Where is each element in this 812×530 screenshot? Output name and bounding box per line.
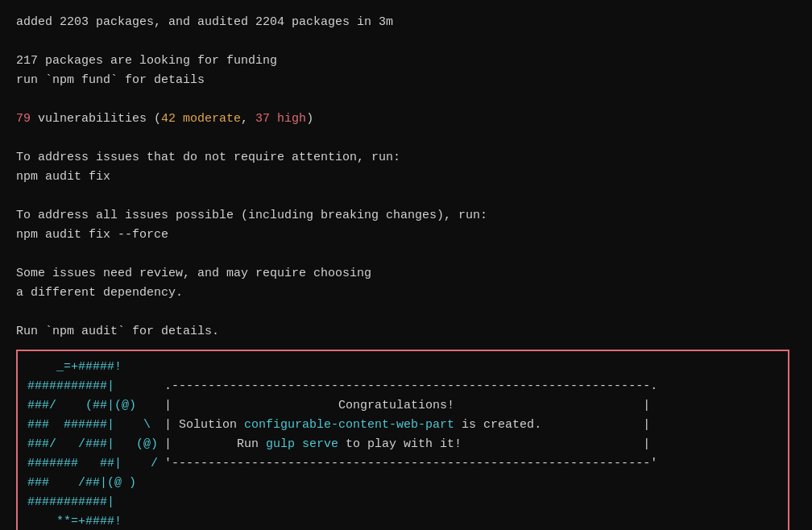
border-bottom: '---------------------------------------…: [164, 457, 657, 470]
line-added-packages: added 2203 packages, and audited 2204 pa…: [16, 13, 796, 32]
line-funding: 217 packages are looking for funding: [16, 52, 796, 71]
gulp-serve: gulp serve: [266, 437, 338, 451]
line-empty-5: [16, 245, 796, 264]
solution-name: configurable-content-web-part: [244, 418, 454, 432]
high-label: high: [270, 112, 306, 126]
line-address-issues: To address issues that do not require at…: [16, 148, 796, 168]
border-top: .---------------------------------------…: [164, 379, 657, 393]
congrats-line2: | Solution configurable-content-web-part…: [164, 418, 650, 432]
line-empty-4: [16, 187, 796, 206]
ascii-art-logo: _=+#####! ###########| ###/ (##|(@) ### …: [27, 358, 158, 530]
congrats-line1: | Congratulations! |: [164, 399, 650, 412]
moderate-count: 42: [161, 112, 176, 126]
line-vulnerabilities: 79 vulnerabilities (42 moderate, 37 high…: [16, 110, 796, 129]
congratulations-box: _=+#####! ###########| ###/ (##|(@) ### …: [16, 350, 789, 530]
high-count: 37: [255, 112, 270, 126]
line-different-dependency: a different dependency.: [16, 284, 796, 303]
vuln-comma: ,: [241, 112, 255, 126]
line-npm-audit-fix: npm audit fix: [16, 168, 796, 187]
line-empty-3: [16, 129, 796, 148]
line-npm-audit-details: Run `npm audit` for details.: [16, 322, 796, 342]
line-empty-2: [16, 90, 796, 110]
line-empty-6: [16, 303, 796, 322]
line-empty-1: [16, 32, 796, 52]
moderate-label: moderate: [176, 112, 241, 126]
congrats-line3: | Run gulp serve to play with it! |: [164, 437, 650, 451]
vuln-count: 79: [16, 112, 31, 126]
line-npm-fund: run `npm fund` for details: [16, 71, 796, 90]
congratulations-message: .---------------------------------------…: [164, 358, 657, 493]
line-address-all: To address all issues possible (includin…: [16, 206, 796, 226]
vuln-label: vulnerabilities (: [31, 112, 161, 126]
terminal-container: added 2203 packages, and audited 2204 pa…: [16, 13, 796, 530]
line-npm-audit-fix-force: npm audit fix --force: [16, 226, 796, 245]
vuln-close: ): [306, 112, 313, 126]
line-some-issues: Some issues need review, and may require…: [16, 264, 796, 284]
